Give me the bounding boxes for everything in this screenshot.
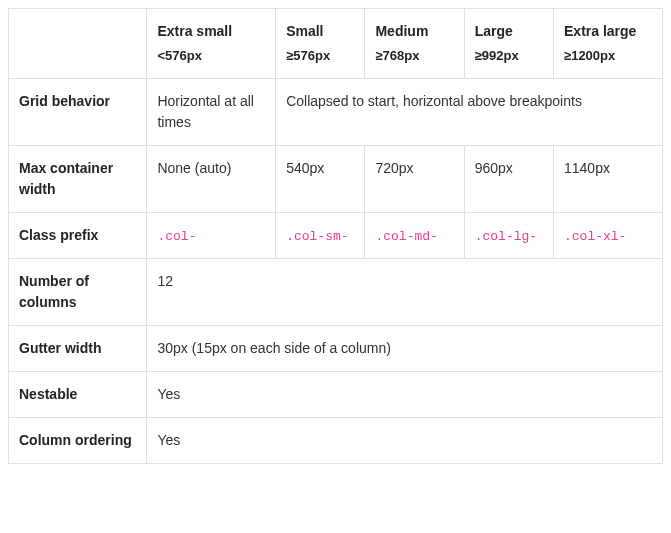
cell-column-ordering: Yes bbox=[147, 418, 663, 464]
header-sm: Small ≥576px bbox=[276, 9, 365, 79]
row-gutter-width: Gutter width 30px (15px on each side of … bbox=[9, 326, 663, 372]
cell-grid-behavior-rest: Collapsed to start, horizontal above bre… bbox=[276, 78, 663, 145]
header-lg: Large ≥992px bbox=[464, 9, 553, 79]
row-nestable-label: Nestable bbox=[9, 372, 147, 418]
cell-max-width-md: 720px bbox=[365, 145, 464, 212]
header-lg-sub: ≥992px bbox=[475, 46, 543, 66]
header-lg-title: Large bbox=[475, 23, 513, 39]
row-num-columns: Number of columns 12 bbox=[9, 259, 663, 326]
cell-nestable: Yes bbox=[147, 372, 663, 418]
cell-class-prefix-lg: .col-lg- bbox=[464, 212, 553, 259]
code-prefix-xs: .col- bbox=[157, 229, 196, 244]
row-max-width-label: Max container width bbox=[9, 145, 147, 212]
row-class-prefix: Class prefix .col- .col-sm- .col-md- .co… bbox=[9, 212, 663, 259]
header-md-sub: ≥768px bbox=[375, 46, 453, 66]
row-gutter-width-label: Gutter width bbox=[9, 326, 147, 372]
header-blank bbox=[9, 9, 147, 79]
cell-max-width-sm: 540px bbox=[276, 145, 365, 212]
row-column-ordering: Column ordering Yes bbox=[9, 418, 663, 464]
header-xl-title: Extra large bbox=[564, 23, 636, 39]
code-prefix-xl: .col-xl- bbox=[564, 229, 626, 244]
cell-max-width-lg: 960px bbox=[464, 145, 553, 212]
row-num-columns-label: Number of columns bbox=[9, 259, 147, 326]
cell-grid-behavior-xs: Horizontal at all times bbox=[147, 78, 276, 145]
header-xl-sub: ≥1200px bbox=[564, 46, 652, 66]
code-prefix-sm: .col-sm- bbox=[286, 229, 348, 244]
cell-class-prefix-xl: .col-xl- bbox=[554, 212, 663, 259]
cell-class-prefix-md: .col-md- bbox=[365, 212, 464, 259]
cell-num-columns: 12 bbox=[147, 259, 663, 326]
cell-gutter-width: 30px (15px on each side of a column) bbox=[147, 326, 663, 372]
row-column-ordering-label: Column ordering bbox=[9, 418, 147, 464]
code-prefix-lg: .col-lg- bbox=[475, 229, 537, 244]
header-sm-sub: ≥576px bbox=[286, 46, 354, 66]
header-xs: Extra small <576px bbox=[147, 9, 276, 79]
code-prefix-md: .col-md- bbox=[375, 229, 437, 244]
row-class-prefix-label: Class prefix bbox=[9, 212, 147, 259]
header-md-title: Medium bbox=[375, 23, 428, 39]
cell-class-prefix-sm: .col-sm- bbox=[276, 212, 365, 259]
cell-max-width-xs: None (auto) bbox=[147, 145, 276, 212]
row-grid-behavior-label: Grid behavior bbox=[9, 78, 147, 145]
header-row: Extra small <576px Small ≥576px Medium ≥… bbox=[9, 9, 663, 79]
header-md: Medium ≥768px bbox=[365, 9, 464, 79]
grid-options-table: Extra small <576px Small ≥576px Medium ≥… bbox=[8, 8, 663, 464]
cell-max-width-xl: 1140px bbox=[554, 145, 663, 212]
row-grid-behavior: Grid behavior Horizontal at all times Co… bbox=[9, 78, 663, 145]
row-max-width: Max container width None (auto) 540px 72… bbox=[9, 145, 663, 212]
row-nestable: Nestable Yes bbox=[9, 372, 663, 418]
header-xl: Extra large ≥1200px bbox=[554, 9, 663, 79]
cell-class-prefix-xs: .col- bbox=[147, 212, 276, 259]
header-xs-title: Extra small bbox=[157, 23, 232, 39]
header-xs-sub: <576px bbox=[157, 46, 265, 66]
header-sm-title: Small bbox=[286, 23, 323, 39]
